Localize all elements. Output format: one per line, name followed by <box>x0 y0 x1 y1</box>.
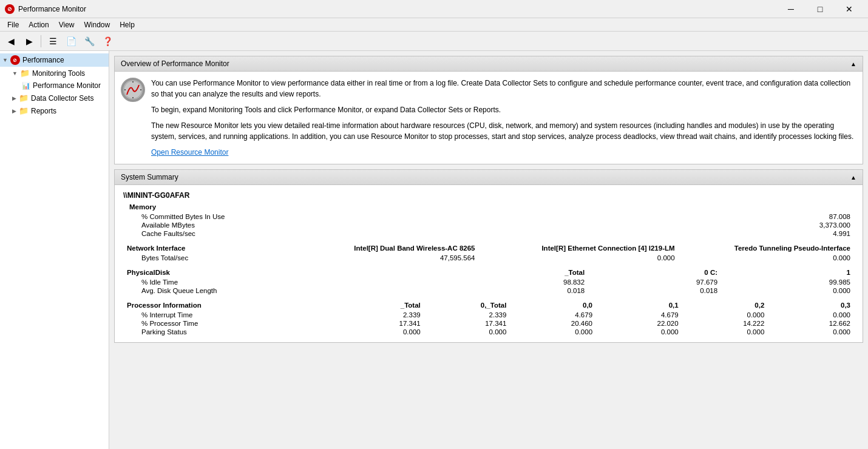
collapse-summary-icon[interactable]: ▲ <box>850 174 856 181</box>
proc-col-02: 0,2 <box>682 300 768 311</box>
disk-idle-val2: 97.679 <box>588 278 721 286</box>
proc-processor-v3: 20.460 <box>510 319 596 328</box>
overview-panel-content: You can use Performance Monitor to view … <box>115 72 863 164</box>
menu-file[interactable]: File <box>2 19 24 30</box>
proc-section-label: Processor Information <box>123 300 338 311</box>
sidebar-item-data-collector[interactable]: ▶ 📁 Data Collector Sets <box>0 92 109 104</box>
disk-section-label: PhysicalDisk <box>123 267 455 278</box>
proc-col-03: 0,3 <box>768 300 854 311</box>
disk-col-0c: 0 C: <box>588 267 721 278</box>
proc-parking-v5: 0.000 <box>682 328 768 336</box>
overview-panel: Overview of Performance Monitor ▲ <box>114 56 863 164</box>
overview-paragraph2: To begin, expand Monitoring Tools and cl… <box>151 104 856 115</box>
proc-parking-v4: 0.000 <box>596 328 682 336</box>
window-title: Performance Monitor <box>18 5 86 13</box>
divider-1 <box>123 238 854 243</box>
sidebar: ▼ ⊘ Performance ▼ 📁 Monitoring Tools 📊 P… <box>0 51 109 449</box>
collapse-overview-icon[interactable]: ▲ <box>850 61 856 67</box>
proc-processor-v6: 12.662 <box>768 319 854 328</box>
disk-queue-label: Avg. Disk Queue Length <box>123 286 455 295</box>
overview-panel-header: Overview of Performance Monitor ▲ <box>115 56 863 72</box>
data-collector-folder-icon: 📁 <box>19 93 29 103</box>
close-button[interactable]: ✕ <box>835 0 863 18</box>
expand-monitoring-icon: ▼ <box>12 70 18 76</box>
minimize-button[interactable]: ─ <box>777 0 805 18</box>
memory-row-2-label: Available MBytes <box>123 221 645 229</box>
properties-button[interactable]: 🔧 <box>81 33 98 49</box>
sidebar-data-collector-label: Data Collector Sets <box>31 94 93 103</box>
back-button[interactable]: ◀ <box>2 33 19 49</box>
memory-row-2-value: 3,373.000 <box>645 221 854 229</box>
menu-window[interactable]: Window <box>80 19 115 30</box>
table-row: Available MBytes 3,373.000 <box>123 221 854 229</box>
proc-col-01: 0,1 <box>596 300 682 311</box>
network-table: Network Interface Intel[R] Dual Band Wir… <box>123 243 854 262</box>
disk-idle-val1: 98.832 <box>455 278 588 286</box>
sidebar-item-performance[interactable]: ▼ ⊘ Performance <box>0 53 109 67</box>
overview-paragraph3: The new Resource Monitor lets you view d… <box>151 120 856 142</box>
proc-processor-v4: 22.020 <box>596 319 682 328</box>
network-row-1-val1: 47,595.564 <box>296 254 479 262</box>
sidebar-performance-label: Performance <box>22 56 64 64</box>
expand-reports-icon: ▶ <box>12 108 16 114</box>
table-row: Bytes Total/sec 47,595.564 0.000 0.000 <box>123 254 854 262</box>
app-icon: ⊘ <box>5 4 15 14</box>
sidebar-perf-monitor-label: Performance Monitor <box>33 81 101 90</box>
proc-parking-v1: 0.000 <box>338 328 424 336</box>
memory-row-1-label: % Committed Bytes In Use <box>123 212 645 221</box>
overview-paragraph1: You can use Performance Monitor to view … <box>151 78 856 100</box>
help-button[interactable]: ❓ <box>99 33 116 49</box>
overview-title: Overview of Performance Monitor <box>121 59 229 68</box>
disk-col-total: _Total <box>455 267 588 278</box>
menu-action[interactable]: Action <box>24 19 53 30</box>
proc-col-total: _Total <box>338 300 424 311</box>
expand-collector-icon: ▶ <box>12 95 16 101</box>
memory-row-3-value: 4.991 <box>645 229 854 238</box>
network-col-3: Teredo Tunneling Pseudo-Interface <box>679 243 854 254</box>
memory-row-1-value: 87.008 <box>645 212 854 221</box>
proc-parking-v6: 0.000 <box>768 328 854 336</box>
proc-processor-v5: 14.222 <box>682 319 768 328</box>
sidebar-item-reports[interactable]: ▶ 📁 Reports <box>0 104 109 117</box>
network-row-1-val3: 0.000 <box>679 254 854 262</box>
table-row: % Idle Time 98.832 97.679 99.985 <box>123 278 854 286</box>
divider-2 <box>123 262 854 267</box>
table-row: Processor Information _Total 0,_Total 0,… <box>123 300 854 311</box>
new-button[interactable]: 📄 <box>63 33 80 49</box>
network-col-2: Intel[R] Ethernet Connection [4] I219-LM <box>479 243 679 254</box>
reports-folder-icon: 📁 <box>19 106 29 115</box>
table-row: % Interrupt Time 2.339 2.339 4.679 4.679… <box>123 311 854 319</box>
forward-button[interactable]: ▶ <box>21 33 38 49</box>
toolbar-separator-1 <box>41 35 41 47</box>
disk-queue-val2: 0.018 <box>588 286 721 295</box>
show-hide-button[interactable]: ☰ <box>44 33 61 49</box>
sidebar-item-performance-monitor[interactable]: 📊 Performance Monitor <box>0 79 109 92</box>
performance-monitor-icon: 📊 <box>22 82 30 90</box>
divider-3 <box>123 295 854 300</box>
proc-parking-label: Parking Status <box>123 328 338 336</box>
disk-idle-label: % Idle Time <box>123 278 455 286</box>
sidebar-reports-label: Reports <box>31 107 56 115</box>
open-resource-monitor-link[interactable]: Open Resource Monitor <box>151 148 228 157</box>
disk-idle-val3: 99.985 <box>721 278 854 286</box>
title-bar: ⊘ Performance Monitor ─ □ ✕ <box>0 0 868 18</box>
table-row: Parking Status 0.000 0.000 0.000 0.000 0… <box>123 328 854 336</box>
disk-queue-val3: 0.000 <box>721 286 854 295</box>
physicaldisk-table: PhysicalDisk _Total 0 C: 1 % Idle Time 9… <box>123 267 854 295</box>
system-summary-header: System Summary ▲ <box>115 170 863 185</box>
memory-table: % Committed Bytes In Use 87.008 Availabl… <box>123 212 854 238</box>
sidebar-item-monitoring-tools[interactable]: ▼ 📁 Monitoring Tools <box>0 67 109 79</box>
summary-content: \\MININT-GG0AFAR Memory % Committed Byte… <box>115 185 863 342</box>
menu-help[interactable]: Help <box>115 19 140 30</box>
overview-text: You can use Performance Monitor to view … <box>151 78 856 158</box>
toolbar: ◀ ▶ ☰ 📄 🔧 ❓ <box>0 32 868 51</box>
expand-performance-icon: ▼ <box>2 57 8 63</box>
monitoring-tools-folder-icon: 📁 <box>20 69 30 78</box>
proc-interrupt-label: % Interrupt Time <box>123 311 338 319</box>
proc-parking-v2: 0.000 <box>424 328 510 336</box>
proc-processor-v2: 17.341 <box>424 319 510 328</box>
table-row: Network Interface Intel[R] Dual Band Wir… <box>123 243 854 254</box>
table-row: Avg. Disk Queue Length 0.018 0.018 0.000 <box>123 286 854 295</box>
menu-view[interactable]: View <box>54 19 80 30</box>
restore-button[interactable]: □ <box>806 0 834 18</box>
